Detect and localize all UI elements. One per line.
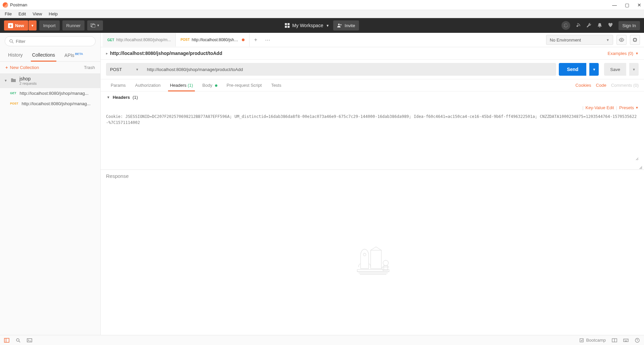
environment-select[interactable]: No Environment ▼ — [546, 35, 613, 45]
tab-collections[interactable]: Collections — [28, 50, 60, 61]
window-controls: — ▢ ✕ — [612, 2, 641, 8]
svg-point-5 — [621, 39, 622, 41]
comments-link[interactable]: Comments (0) — [611, 83, 639, 88]
tab-apis[interactable]: APIsBETA — [60, 50, 88, 61]
import-button[interactable]: Import — [39, 20, 60, 30]
presets-dropdown[interactable]: Presets ▼ — [619, 105, 639, 110]
bootcamp-label: Bootcamp — [586, 338, 606, 343]
new-dropdown[interactable]: ▼ — [29, 20, 37, 30]
subtab-headers-label: Headers — [170, 83, 186, 88]
filter-box[interactable] — [5, 36, 96, 46]
subtab-authorization[interactable]: Authorization — [130, 79, 165, 91]
svg-rect-1 — [92, 24, 95, 27]
svg-rect-13 — [27, 339, 32, 342]
trash-link[interactable]: Trash — [84, 65, 95, 70]
resize-handle[interactable]: ◢ — [101, 165, 644, 170]
console-icon[interactable] — [27, 338, 32, 342]
request-title[interactable]: http://localhost:8080/jshop/manage/produ… — [110, 51, 222, 56]
svg-rect-10 — [357, 270, 389, 272]
subtab-tests[interactable]: Tests — [266, 79, 286, 91]
cookies-link[interactable]: Cookies — [576, 83, 591, 88]
headers-bulk-textarea[interactable] — [106, 114, 639, 160]
request-tabs: GET http://localhost:8080/jshop/m... POS… — [101, 33, 542, 47]
wrench-icon[interactable] — [586, 22, 592, 29]
plus-icon: + — [5, 65, 8, 70]
headers-section-count: (1) — [132, 95, 138, 100]
plus-icon: + — [8, 23, 13, 28]
find-icon[interactable] — [15, 338, 21, 343]
menu-file[interactable]: File — [2, 11, 14, 17]
collection-sub: 2 requests — [19, 81, 37, 85]
layout-icon[interactable] — [612, 338, 617, 342]
menu-help[interactable]: Help — [46, 11, 60, 17]
runner-button[interactable]: Runner — [62, 20, 85, 30]
request-tab[interactable]: GET http://localhost:8080/jshop/m... — [103, 33, 176, 47]
menu-edit[interactable]: Edit — [16, 11, 29, 17]
headers-section-head[interactable]: ▼ Headers (1) — [101, 91, 644, 103]
chevron-down-icon: ▼ — [635, 52, 639, 55]
beta-badge: BETA — [75, 52, 83, 56]
tab-history[interactable]: History — [3, 50, 28, 61]
method-badge-get: GET — [107, 38, 114, 42]
minimize-icon[interactable]: — — [612, 2, 617, 8]
subtab-params[interactable]: Params — [106, 79, 130, 91]
content-area: GET http://localhost:8080/jshop/m... POS… — [101, 33, 644, 335]
workspace-switcher[interactable]: My Workspace ▼ — [285, 23, 329, 28]
bell-icon[interactable] — [597, 22, 602, 29]
tab-overflow-button[interactable]: ⋯ — [262, 33, 274, 47]
response-body — [101, 182, 644, 335]
signin-button[interactable]: Sign In — [619, 21, 640, 30]
environment-preview-button[interactable] — [616, 35, 627, 45]
folder-icon — [11, 78, 16, 83]
close-icon[interactable]: ✕ — [637, 2, 641, 8]
url-input[interactable]: http://localhost:8080/jshop/manage/produ… — [143, 63, 556, 76]
maximize-icon[interactable]: ▢ — [625, 2, 629, 8]
chevron-down-icon: ▼ — [97, 24, 100, 27]
examples-label: Examples (0) — [608, 51, 634, 56]
help-icon[interactable] — [635, 338, 640, 343]
bootcamp-link[interactable]: Bootcamp — [579, 338, 606, 343]
tab-apis-label: APIs — [64, 53, 74, 58]
menu-view[interactable]: View — [30, 11, 45, 17]
collection-row[interactable]: ▼ jshop 2 requests — [0, 73, 100, 88]
keyboard-icon[interactable] — [623, 338, 629, 342]
request-name: http://localhost:8080/jshop/manag... — [22, 101, 96, 106]
method-select[interactable]: POST ▼ — [106, 63, 143, 76]
add-tab-button[interactable]: + — [250, 33, 262, 47]
filter-container — [0, 33, 100, 50]
menubar: File Edit View Help — [0, 10, 644, 18]
request-tab-active[interactable]: POST http://localhost:8080/jshop/m... — [176, 33, 250, 47]
send-dropdown[interactable]: ▼ — [589, 63, 599, 76]
filter-input[interactable] — [16, 39, 91, 44]
sidebar-request-item[interactable]: GET http://localhost:8080/jshop/manag... — [0, 88, 100, 98]
kv-edit-link[interactable]: Key-Value Edit — [586, 105, 614, 110]
sync-icon[interactable] — [561, 21, 570, 30]
chevron-down-icon: ▼ — [107, 95, 110, 99]
svg-point-12 — [16, 339, 19, 341]
sidebar-request-item[interactable]: POST http://localhost:8080/jshop/manag..… — [0, 98, 100, 109]
collection-name: jshop — [19, 76, 37, 81]
save-dropdown[interactable]: ▼ — [629, 63, 639, 76]
heart-icon[interactable] — [608, 22, 613, 29]
send-button[interactable]: Send — [559, 63, 586, 76]
save-button[interactable]: Save — [604, 63, 626, 76]
toolbar-center: My Workspace ▼ Invite — [285, 20, 359, 30]
sidebar-tabs: History Collections APIsBETA — [0, 50, 100, 62]
url-row: POST ▼ http://localhost:8080/jshop/manag… — [101, 60, 644, 79]
satellite-icon[interactable] — [576, 22, 581, 29]
sidebar-toggle-icon[interactable] — [4, 338, 9, 343]
headers-count: (1) — [187, 83, 193, 88]
headers-section-label: Headers — [113, 95, 130, 100]
invite-button[interactable]: Invite — [333, 20, 359, 30]
subtab-headers[interactable]: Headers (1) — [165, 79, 198, 91]
open-new-dropdown[interactable]: ▼ — [87, 20, 103, 30]
code-link[interactable]: Code — [596, 83, 606, 88]
new-collection-link[interactable]: New Collection — [10, 65, 39, 70]
new-button[interactable]: + New — [4, 20, 28, 30]
settings-button[interactable] — [630, 35, 640, 45]
subtab-prerequest[interactable]: Pre-request Script — [222, 79, 267, 91]
subtab-body[interactable]: Body — [198, 79, 222, 91]
svg-point-8 — [383, 260, 388, 266]
caret-right-icon[interactable]: ▸ — [106, 51, 108, 56]
examples-dropdown[interactable]: Examples (0) ▼ — [608, 51, 639, 56]
